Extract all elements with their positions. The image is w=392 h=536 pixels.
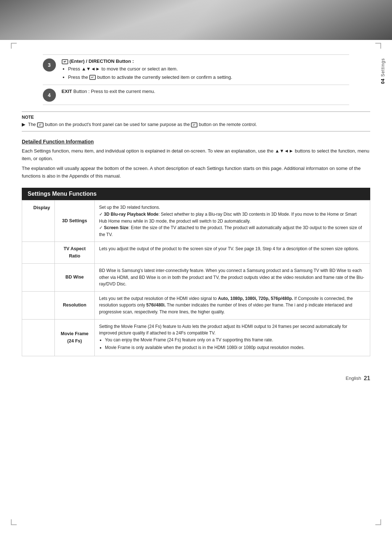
table-row-bd-wise: BD Wise BD Wise is Samsung's latest inte… bbox=[22, 264, 370, 292]
button-label-exit: EXIT bbox=[62, 89, 72, 94]
movie-frame-bullet-1: You can enjoy the Movie Frame (24 Fs) fe… bbox=[105, 337, 366, 344]
table-row-3d-settings: Display 3D Settings Set up the 3D relate… bbox=[22, 200, 370, 242]
category-empty-1 bbox=[22, 242, 55, 264]
button-label-enter: (Enter) / DIRECTION Button : bbox=[69, 58, 134, 64]
button-number-4: 4 bbox=[43, 89, 56, 102]
feature-movie-frame: Movie Frame(24 Fs) bbox=[55, 319, 95, 356]
feature-bd-wise: BD Wise bbox=[55, 264, 95, 292]
desc-resolution: Lets you set the output resolution of th… bbox=[95, 291, 370, 319]
button-desc-3: ↵ (Enter) / DIRECTION Button : Press ▲▼◄… bbox=[62, 58, 350, 82]
category-display: Display bbox=[22, 200, 55, 242]
page-header bbox=[0, 0, 392, 40]
note-section: NOTE ▶ The ↵ button on the product's fro… bbox=[22, 111, 370, 131]
detailed-function-heading: Detailed Function Information bbox=[22, 139, 370, 145]
button-number-3: 3 bbox=[43, 58, 56, 72]
note-icon-2: ↵ bbox=[191, 122, 197, 127]
page-number: 21 bbox=[364, 375, 370, 382]
movie-frame-bullet-2: Movie Frame is only available when the p… bbox=[105, 344, 366, 351]
settings-menu-header: Settings Menu Functions bbox=[22, 188, 370, 200]
settings-menu-table: Display 3D Settings Set up the 3D relate… bbox=[22, 200, 370, 356]
main-content: 3 ↵ (Enter) / DIRECTION Button : Press ▲… bbox=[0, 40, 392, 371]
detailed-function-para1: Each Settings function, menu item, and i… bbox=[22, 147, 370, 163]
bullet-activate-item: Press the ↵ button to activate the curre… bbox=[68, 74, 350, 81]
desc-bd-wise: BD Wise is Samsung's latest inter-connec… bbox=[95, 264, 370, 292]
category-empty-2 bbox=[22, 264, 55, 292]
table-row-movie-frame: Movie Frame(24 Fs) Setting the Movie Fra… bbox=[22, 319, 370, 356]
desc-movie-frame: Setting the Movie Frame (24 Fs) feature … bbox=[95, 319, 370, 356]
feature-tv-aspect: TV AspectRatio bbox=[55, 242, 95, 264]
table-row-tv-aspect: TV AspectRatio Lets you adjust the outpu… bbox=[22, 242, 370, 264]
note-title: NOTE bbox=[22, 115, 370, 120]
button-row-3: 3 ↵ (Enter) / DIRECTION Button : Press ▲… bbox=[43, 55, 350, 85]
corner-mark-br bbox=[375, 519, 381, 525]
note-icon-1: ↵ bbox=[37, 122, 44, 127]
category-empty-3 bbox=[22, 291, 55, 319]
feature-3d-settings: 3D Settings bbox=[55, 200, 95, 242]
footer-language: English bbox=[346, 375, 361, 381]
movie-frame-bullets: You can enjoy the Movie Frame (24 Fs) fe… bbox=[105, 337, 366, 351]
button-desc-4: EXIT Button : Press to exit the current … bbox=[62, 88, 350, 96]
button-info-table: 3 ↵ (Enter) / DIRECTION Button : Press ▲… bbox=[43, 54, 350, 105]
page-footer: English 21 bbox=[0, 371, 392, 385]
button-row-4: 4 EXIT Button : Press to exit the curren… bbox=[43, 85, 350, 105]
corner-mark-bl bbox=[11, 519, 17, 525]
button-title-3: ↵ (Enter) / DIRECTION Button : bbox=[62, 58, 134, 64]
note-arrow: ▶ bbox=[22, 122, 25, 127]
enter-icon-inline: ↵ bbox=[89, 75, 96, 80]
desc-tv-aspect: Lets you adjust the output of the produc… bbox=[95, 242, 370, 264]
detailed-function-para2: The explanation will usually appear the … bbox=[22, 165, 370, 180]
feature-resolution: Resolution bbox=[55, 291, 95, 319]
category-empty-4 bbox=[22, 319, 55, 356]
desc-3d-settings: Set up the 3D related functions. ✓ 3D Bl… bbox=[95, 200, 370, 242]
table-row-resolution: Resolution Lets you set the output resol… bbox=[22, 291, 370, 319]
bullet-move-cursor: Press ▲▼◄► to move the cursor or select … bbox=[68, 65, 350, 73]
button-bullets-3: Press ▲▼◄► to move the cursor or select … bbox=[68, 65, 350, 81]
enter-icon: ↵ bbox=[62, 59, 68, 64]
note-body: ▶ The ↵ button on the product's front pa… bbox=[22, 121, 370, 128]
